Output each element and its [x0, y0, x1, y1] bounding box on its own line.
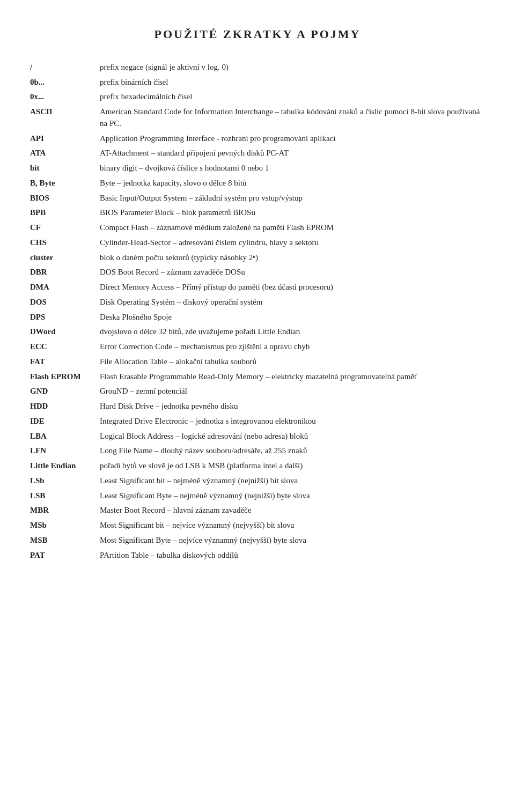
list-item: LSbLeast Significant bit – nejméně význa…: [30, 474, 485, 489]
definition-text: Direct Memory Access – Přímý přístup do …: [100, 280, 485, 295]
term-label: BPB: [30, 205, 100, 220]
term-label: DBR: [30, 265, 100, 280]
list-item: APIApplication Programming Interface - r…: [30, 131, 485, 146]
definition-text: PArtition Table – tabulka diskových oddí…: [100, 548, 485, 563]
definition-text: blok o daném počtu sektorů (typicky náso…: [100, 250, 485, 265]
term-label: DPS: [30, 310, 100, 325]
definition-text: Master Boot Record – hlavní záznam zavad…: [100, 503, 485, 518]
list-item: FATFile Allocation Table – alokační tabu…: [30, 355, 485, 370]
definition-text: Most Significant bit – nejvíce významný …: [100, 518, 485, 533]
list-item: CFCompact Flash – záznamové médium založ…: [30, 220, 485, 235]
list-item: CHSCylinder-Head-Sector – adresování čís…: [30, 235, 485, 250]
term-label: GND: [30, 384, 100, 399]
term-label: BIOS: [30, 191, 100, 206]
list-item: BPBBIOS Parameter Block – blok parametrů…: [30, 205, 485, 220]
definition-text: Long File Name – dlouhý název souboru/ad…: [100, 444, 485, 459]
list-item: DOSDisk Operating Systém – diskový opera…: [30, 295, 485, 310]
term-label: B, Byte: [30, 176, 100, 191]
term-label: API: [30, 131, 100, 146]
definition-text: American Standard Code for Information I…: [100, 105, 485, 131]
list-item: GNDGrouND – zemní potenciál: [30, 384, 485, 399]
list-item: PATPArtition Table – tabulka diskových o…: [30, 548, 485, 563]
definition-text: Integrated Drive Electronic – jednotka s…: [100, 414, 485, 429]
term-label: 0b...: [30, 75, 100, 90]
term-label: IDE: [30, 414, 100, 429]
glossary-table: /prefix negace (signál je aktivní v log.…: [30, 60, 485, 563]
term-label: MSB: [30, 533, 100, 548]
list-item: LFNLong File Name – dlouhý název souboru…: [30, 444, 485, 459]
definition-text: DOS Boot Record – záznam zavaděče DOSu: [100, 265, 485, 280]
definition-text: Compact Flash – záznamové médium založen…: [100, 220, 485, 235]
definition-text: Least Significant Byte – nejméně významn…: [100, 489, 485, 504]
term-label: bit: [30, 161, 100, 176]
definition-text: Least Significant bit – nejméně významný…: [100, 474, 485, 489]
term-label: LBA: [30, 429, 100, 444]
list-item: MSbMost Significant bit – nejvíce význam…: [30, 518, 485, 533]
definition-text: Most Significant Byte – nejvíce významný…: [100, 533, 485, 548]
term-label: DOS: [30, 295, 100, 310]
definition-text: AT-Attachment – standard připojení pevný…: [100, 146, 485, 161]
term-label: MSb: [30, 518, 100, 533]
term-label: CHS: [30, 235, 100, 250]
term-label: Little Endian: [30, 459, 100, 474]
list-item: IDEIntegrated Drive Electronic – jednotk…: [30, 414, 485, 429]
definition-text: Flash Erasable Programmable Read-Only Me…: [100, 370, 485, 385]
list-item: clusterblok o daném počtu sektorů (typic…: [30, 250, 485, 265]
term-label: ECC: [30, 339, 100, 355]
definition-text: pořadí bytů ve slově je od LSB k MSB (pl…: [100, 459, 485, 474]
term-label: DWord: [30, 324, 100, 339]
list-item: B, ByteByte – jednotka kapacity, slovo o…: [30, 176, 485, 191]
term-label: FAT: [30, 355, 100, 370]
list-item: HDDHard Disk Drive – jednotka pevného di…: [30, 399, 485, 414]
definition-text: GrouND – zemní potenciál: [100, 384, 485, 399]
definition-text: Deska Plošného Spoje: [100, 310, 485, 325]
list-item: DPSDeska Plošného Spoje: [30, 310, 485, 325]
term-label: CF: [30, 220, 100, 235]
term-label: DMA: [30, 280, 100, 295]
definition-text: prefix binárních čísel: [100, 75, 485, 90]
page-title: POUŽITÉ ZKRATKY A POJMY: [30, 26, 485, 43]
term-label: LSb: [30, 474, 100, 489]
list-item: MBRMaster Boot Record – hlavní záznam za…: [30, 503, 485, 518]
list-item: BIOSBasic Input/Output System – základní…: [30, 191, 485, 206]
list-item: DWorddvojslovo o délce 32 bitů, zde uvaž…: [30, 324, 485, 339]
definition-text: Logical Block Address – logické adresová…: [100, 429, 485, 444]
definition-text: Disk Operating Systém – diskový operační…: [100, 295, 485, 310]
definition-text: binary digit – dvojková číslice s hodnot…: [100, 161, 485, 176]
list-item: Little Endianpořadí bytů ve slově je od …: [30, 459, 485, 474]
definition-text: prefix negace (signál je aktivní v log. …: [100, 60, 485, 75]
term-label: LFN: [30, 444, 100, 459]
list-item: bitbinary digit – dvojková číslice s hod…: [30, 161, 485, 176]
list-item: LSBLeast Significant Byte – nejméně význ…: [30, 489, 485, 504]
definition-text: prefix hexadecimálních čísel: [100, 90, 485, 105]
definition-text: Error Correction Code – mechanismus pro …: [100, 339, 485, 355]
definition-text: Application Programming Interface - rozh…: [100, 131, 485, 146]
list-item: /prefix negace (signál je aktivní v log.…: [30, 60, 485, 75]
definition-text: File Allocation Table – alokační tabulka…: [100, 355, 485, 370]
term-label: LSB: [30, 489, 100, 504]
term-label: 0x...: [30, 90, 100, 105]
term-label: MBR: [30, 503, 100, 518]
term-label: HDD: [30, 399, 100, 414]
definition-text: Hard Disk Drive – jednotka pevného disku: [100, 399, 485, 414]
list-item: LBALogical Block Address – logické adres…: [30, 429, 485, 444]
list-item: ECCError Correction Code – mechanismus p…: [30, 339, 485, 355]
list-item: ASCIIAmerican Standard Code for Informat…: [30, 105, 485, 131]
definition-text: Byte – jednotka kapacity, slovo o délce …: [100, 176, 485, 191]
list-item: DMADirect Memory Access – Přímý přístup …: [30, 280, 485, 295]
term-label: cluster: [30, 250, 100, 265]
term-label: PAT: [30, 548, 100, 563]
list-item: MSBMost Significant Byte – nejvíce význa…: [30, 533, 485, 548]
definition-text: Basic Input/Output System – základní sys…: [100, 191, 485, 206]
term-label: Flash EPROM: [30, 370, 100, 385]
list-item: Flash EPROMFlash Erasable Programmable R…: [30, 370, 485, 385]
list-item: DBRDOS Boot Record – záznam zavaděče DOS…: [30, 265, 485, 280]
term-label: ASCII: [30, 105, 100, 131]
definition-text: BIOS Parameter Block – blok parametrů BI…: [100, 205, 485, 220]
list-item: ATAAT-Attachment – standard připojení pe…: [30, 146, 485, 161]
definition-text: dvojslovo o délce 32 bitů, zde uvažujeme…: [100, 324, 485, 339]
term-label: ATA: [30, 146, 100, 161]
list-item: 0x...prefix hexadecimálních čísel: [30, 90, 485, 105]
definition-text: Cylinder-Head-Sector – adresování číslem…: [100, 235, 485, 250]
term-label: /: [30, 60, 100, 75]
